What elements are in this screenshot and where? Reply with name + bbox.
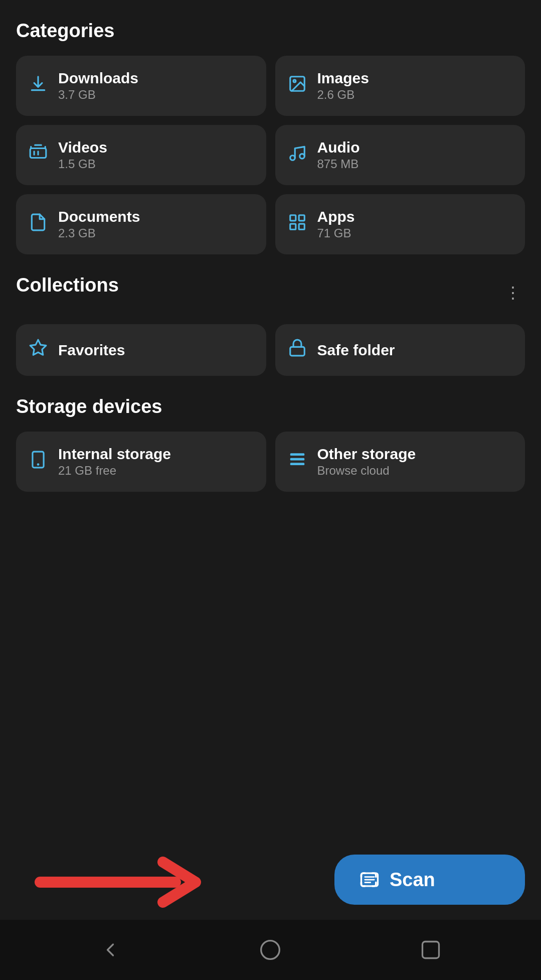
storage-devices-section: Storage devices Internal storage 21 GB f… <box>16 396 525 492</box>
safe-folder-name: Safe folder <box>317 342 395 359</box>
star-icon <box>28 338 48 362</box>
collections-header: Collections ⋮ <box>16 274 525 310</box>
image-icon <box>287 74 307 98</box>
layers-icon <box>287 450 307 474</box>
storage-card-internal[interactable]: Internal storage 21 GB free <box>16 432 266 492</box>
home-button[interactable] <box>250 930 290 970</box>
scan-icon <box>358 869 381 891</box>
downloads-name: Downloads <box>58 70 138 87</box>
collections-section: Collections ⋮ Favorites <box>16 274 525 376</box>
favorites-name: Favorites <box>58 342 125 359</box>
svg-rect-10 <box>299 224 304 229</box>
svg-rect-15 <box>290 453 304 456</box>
svg-marker-11 <box>30 340 46 355</box>
svg-point-19 <box>261 941 280 959</box>
collections-grid: Favorites Safe folder <box>16 324 525 376</box>
audio-icon <box>287 144 307 167</box>
storage-devices-title: Storage devices <box>16 396 525 417</box>
svg-rect-20 <box>423 942 439 958</box>
phone-icon <box>28 450 48 474</box>
collections-title: Collections <box>16 274 119 296</box>
svg-rect-9 <box>290 224 295 229</box>
svg-rect-4 <box>37 151 39 156</box>
svg-rect-8 <box>299 215 304 220</box>
category-card-documents[interactable]: Documents 2.3 GB <box>16 194 266 254</box>
audio-size: 875 MB <box>317 157 360 171</box>
bottom-bar: Scan <box>0 845 541 920</box>
videos-name: Videos <box>58 139 107 156</box>
document-icon <box>28 213 48 236</box>
storage-devices-grid: Internal storage 21 GB free Other storag… <box>16 432 525 492</box>
svg-rect-12 <box>290 347 304 355</box>
svg-point-5 <box>290 155 295 160</box>
more-options-icon[interactable]: ⋮ <box>501 281 525 304</box>
category-card-videos[interactable]: Videos 1.5 GB <box>16 125 266 185</box>
category-card-apps[interactable]: Apps 71 GB <box>275 194 525 254</box>
nav-bar <box>0 920 541 980</box>
images-name: Images <box>317 70 369 87</box>
audio-name: Audio <box>317 139 360 156</box>
apps-size: 71 GB <box>317 226 355 240</box>
category-card-audio[interactable]: Audio 875 MB <box>275 125 525 185</box>
svg-rect-16 <box>290 458 304 460</box>
images-size: 2.6 GB <box>317 88 369 102</box>
internal-storage-name: Internal storage <box>58 446 171 463</box>
back-button[interactable] <box>90 930 130 970</box>
svg-rect-17 <box>290 463 304 465</box>
apps-name: Apps <box>317 208 355 225</box>
collection-card-favorites[interactable]: Favorites <box>16 324 266 376</box>
downloads-size: 3.7 GB <box>58 88 138 102</box>
svg-point-1 <box>293 80 296 82</box>
category-card-images[interactable]: Images 2.6 GB <box>275 56 525 116</box>
scan-button[interactable]: Scan <box>334 855 525 905</box>
lock-icon <box>287 338 307 362</box>
recents-button[interactable] <box>411 930 451 970</box>
red-arrow-indicator <box>30 852 211 912</box>
video-icon <box>28 144 48 167</box>
scan-button-label: Scan <box>390 869 435 891</box>
svg-point-6 <box>299 154 304 159</box>
documents-name: Documents <box>58 208 140 225</box>
categories-title: Categories <box>16 20 525 42</box>
other-storage-subtitle: Browse cloud <box>317 464 416 478</box>
categories-grid: Downloads 3.7 GB Images 2.6 GB <box>16 56 525 254</box>
categories-section: Categories Downloads 3.7 GB <box>16 20 525 254</box>
svg-rect-7 <box>290 215 295 220</box>
main-content: Categories Downloads 3.7 GB <box>0 0 541 845</box>
apps-icon <box>287 213 307 236</box>
collection-card-safe-folder[interactable]: Safe folder <box>275 324 525 376</box>
videos-size: 1.5 GB <box>58 157 107 171</box>
storage-card-other[interactable]: Other storage Browse cloud <box>275 432 525 492</box>
download-icon <box>28 74 48 98</box>
svg-rect-3 <box>34 151 35 156</box>
category-card-downloads[interactable]: Downloads 3.7 GB <box>16 56 266 116</box>
documents-size: 2.3 GB <box>58 226 140 240</box>
internal-storage-subtitle: 21 GB free <box>58 464 171 478</box>
other-storage-name: Other storage <box>317 446 416 463</box>
